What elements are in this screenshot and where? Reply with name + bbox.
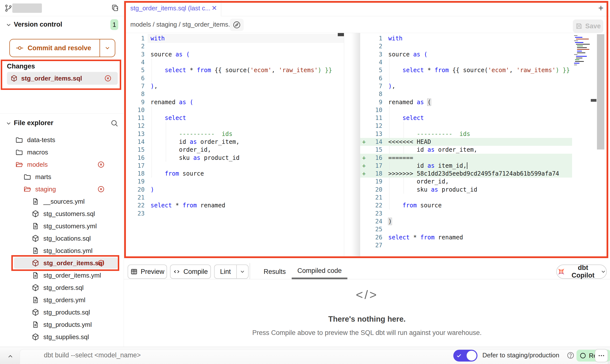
code-line-17[interactable]: 17 bbox=[124, 162, 344, 170]
code-line-25[interactable]: 25 bbox=[360, 225, 572, 233]
defer-toggle[interactable] bbox=[453, 350, 477, 362]
code-line-15[interactable]: 15 id as order_item, bbox=[360, 146, 572, 154]
file-tree-item-marts[interactable]: marts bbox=[0, 171, 124, 183]
editor-pane-right[interactable]: 1with23source as (45 select * from {{ so… bbox=[360, 33, 610, 258]
code-line-4[interactable]: 4 bbox=[124, 58, 344, 66]
help-icon[interactable] bbox=[567, 351, 575, 359]
tab-stg-order-items[interactable]: stg_order_items.sql (last c... ✕ bbox=[124, 0, 221, 16]
editor-pane-left[interactable]: 1with23source as (45 select * from {{ so… bbox=[124, 33, 344, 258]
code-line-22[interactable]: 22 from source bbox=[360, 201, 572, 209]
dbt-copilot-button[interactable]: dbt Copilot bbox=[556, 265, 607, 279]
code-line-16[interactable]: 16 sku as product_id bbox=[124, 154, 344, 162]
code-line-24[interactable]: 24) bbox=[360, 217, 572, 225]
code-line-2[interactable]: 2 bbox=[360, 42, 572, 50]
commit-dropdown-caret[interactable] bbox=[100, 39, 115, 57]
pane-divider[interactable] bbox=[344, 33, 360, 258]
lint-dropdown-caret[interactable] bbox=[236, 265, 248, 278]
code-line-22[interactable]: 22select * from renamed bbox=[124, 201, 344, 209]
tab-results[interactable]: Results bbox=[260, 264, 289, 279]
file-tree-item-stg-customers-sql[interactable]: stg_customers.sql bbox=[0, 208, 124, 220]
code-line-7[interactable]: 7), bbox=[360, 82, 572, 90]
scrollbar-handle[interactable] bbox=[597, 34, 604, 149]
minimap[interactable] bbox=[574, 34, 596, 83]
commit-and-resolve-button[interactable]: Commit and resolve bbox=[9, 39, 115, 57]
code-line-1[interactable]: 1with bbox=[124, 34, 344, 42]
code-line-13[interactable]: 13 ---------- ids bbox=[124, 130, 344, 138]
compile-button[interactable]: Compile bbox=[170, 265, 211, 279]
discard-changes-icon[interactable] bbox=[97, 161, 105, 168]
code-line-3[interactable]: 3source as ( bbox=[360, 50, 572, 58]
lineage-compass-icon[interactable] bbox=[230, 19, 244, 31]
code-line-10[interactable]: 10 bbox=[360, 106, 572, 114]
tab-compiled-code[interactable]: Compiled code bbox=[292, 264, 347, 279]
file-tree-item--sources-yml[interactable]: __sources.yml bbox=[0, 195, 124, 208]
discard-changes-icon[interactable] bbox=[97, 259, 105, 267]
file-explorer-header[interactable]: File explorer bbox=[0, 118, 124, 129]
code-line-16[interactable]: +16======= bbox=[360, 154, 572, 162]
code-line-8[interactable]: 8 bbox=[360, 90, 572, 98]
file-tree-item-data-tests[interactable]: data-tests bbox=[0, 134, 124, 146]
code-line-6[interactable]: 6 bbox=[124, 74, 344, 82]
file-tree-item-models[interactable]: models bbox=[0, 158, 124, 171]
code-line-21[interactable]: 21 bbox=[124, 194, 344, 201]
file-tree-item-stg-supplies-sql[interactable]: stg_supplies.sql bbox=[0, 331, 124, 343]
file-tree-item-stg-orders-yml[interactable]: stg_orders.yml bbox=[0, 294, 124, 306]
code-line-11[interactable]: 11 select bbox=[124, 114, 344, 122]
scrollbar-handle[interactable] bbox=[591, 99, 596, 102]
code-line-9[interactable]: 9renamed as ( bbox=[360, 98, 572, 106]
code-line-11[interactable]: 11 select bbox=[360, 114, 572, 122]
code-line-2[interactable]: 2 bbox=[124, 42, 344, 50]
code-line-10[interactable]: 10 bbox=[124, 106, 344, 114]
code-line-23[interactable]: 23 bbox=[124, 210, 344, 217]
code-line-18[interactable]: 18 from source bbox=[124, 170, 344, 178]
discard-changes-icon[interactable] bbox=[97, 185, 105, 193]
new-tab-button[interactable]: + bbox=[595, 2, 607, 14]
file-tree-item-staging[interactable]: staging bbox=[0, 183, 124, 195]
code-line-15[interactable]: 15 order_id, bbox=[124, 146, 344, 154]
version-control-header[interactable]: Version control 1 bbox=[0, 19, 124, 30]
save-button[interactable]: Save bbox=[573, 19, 603, 33]
code-line-19[interactable]: 19 order_id, bbox=[360, 178, 572, 185]
file-tree-item-macros[interactable]: macros bbox=[0, 146, 124, 158]
branch-name-redacted[interactable] bbox=[12, 3, 42, 13]
code-line-9[interactable]: 9renamed as ( bbox=[124, 98, 344, 106]
command-placeholder[interactable]: dbt build --select <model_name> bbox=[44, 351, 141, 359]
code-line-12[interactable]: 12 bbox=[124, 122, 344, 130]
code-line-27[interactable]: 27 bbox=[360, 241, 572, 249]
code-line-20[interactable]: 20 sku as product_id bbox=[360, 186, 572, 194]
file-tree-item-stg-locations-yml[interactable]: stg_locations.yml bbox=[0, 245, 124, 257]
discard-changes-icon[interactable] bbox=[104, 75, 112, 82]
file-tree-item-stg-products-yml[interactable]: stg_products.yml bbox=[0, 318, 124, 331]
code-line-26[interactable]: 26select * from renamed bbox=[360, 233, 572, 241]
chevron-up-icon[interactable] bbox=[7, 353, 14, 360]
copy-icon[interactable] bbox=[111, 4, 119, 12]
code-line-5[interactable]: 5 select * from {{ source('ecom', 'raw_i… bbox=[124, 66, 344, 74]
code-line-5[interactable]: 5 select * from {{ source('ecom', 'raw_i… bbox=[360, 66, 572, 74]
code-line-13[interactable]: 13 ---------- ids bbox=[360, 130, 572, 138]
code-line-20[interactable]: 20) bbox=[124, 186, 344, 194]
code-line-19[interactable]: 19 bbox=[124, 178, 344, 185]
code-line-4[interactable]: 4 bbox=[360, 58, 572, 66]
code-line-18[interactable]: +18>>>>>>> 58c1dd23d5eebd9cd2495fa7124ab… bbox=[360, 170, 572, 178]
more-options-button[interactable] bbox=[595, 349, 608, 362]
code-line-14[interactable]: 14 id as order_item, bbox=[124, 138, 344, 146]
scrollbar-handle[interactable] bbox=[338, 33, 344, 36]
lint-button[interactable]: Lint bbox=[215, 265, 236, 278]
close-icon[interactable]: ✕ bbox=[211, 4, 217, 12]
code-line-7[interactable]: 7), bbox=[124, 82, 344, 90]
code-line-17[interactable]: +17 id as item_id, bbox=[360, 162, 572, 170]
code-line-6[interactable]: 6 bbox=[360, 74, 572, 82]
code-line-21[interactable]: 21 bbox=[360, 194, 572, 201]
code-line-23[interactable]: 23 bbox=[360, 210, 572, 217]
file-tree-item-stg-customers-yml[interactable]: stg_customers.yml bbox=[0, 220, 124, 232]
changes-file-row[interactable]: stg_order_items.sql bbox=[7, 72, 118, 85]
code-line-14[interactable]: +14<<<<<<< HEAD bbox=[360, 138, 572, 146]
preview-button[interactable]: Preview bbox=[128, 265, 167, 279]
file-tree-item-stg-order-items-yml[interactable]: stg_order_items.yml bbox=[0, 269, 124, 281]
search-icon[interactable] bbox=[110, 119, 118, 127]
file-tree-item-stg-orders-sql[interactable]: stg_orders.sql bbox=[0, 281, 124, 294]
file-tree-item-stg-order-items-sql[interactable]: stg_order_items.sql bbox=[0, 257, 124, 269]
file-tree-item-stg-locations-sql[interactable]: stg_locations.sql bbox=[0, 232, 124, 245]
code-line-8[interactable]: 8 bbox=[124, 90, 344, 98]
file-tree-item-stg-products-sql[interactable]: stg_products.sql bbox=[0, 306, 124, 318]
